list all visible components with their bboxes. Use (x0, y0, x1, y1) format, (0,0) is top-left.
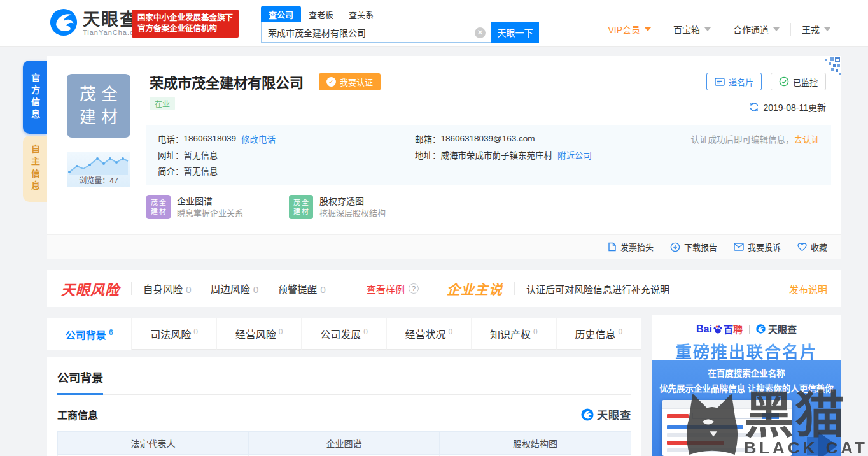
pageviews-label: 浏览量：47 (67, 175, 130, 185)
nav-toolbox[interactable]: 百宝箱 (662, 23, 722, 36)
edit-phone-link[interactable]: 修改电话 (241, 132, 276, 145)
chevron-down-icon (704, 27, 711, 31)
heart-icon (797, 243, 807, 252)
black-cat-watermark: 黑猫 BLACK CAT (682, 391, 868, 456)
nav-username[interactable]: 王戎 (790, 23, 841, 36)
phone-label: 电话： (158, 132, 184, 145)
go-certify-link[interactable]: 去认证 (794, 132, 820, 145)
help-icon[interactable]: ? (409, 283, 419, 294)
company-logo: 茂全 建材 (67, 74, 130, 138)
feature-equity-penetration[interactable]: 茂全 建材 股权穿透图 挖掘深层股权结构 (289, 195, 386, 219)
company-action-bar: 发票抬头 下载报告 我要投诉 收藏 (47, 234, 841, 259)
chevron-down-icon (645, 27, 651, 31)
tab-operation-risk[interactable]: 经营风险0 (217, 318, 302, 350)
col-equity-structure: 股权结构图 (440, 432, 631, 455)
edit-hint: 认证成功后即可编辑信息， (691, 132, 794, 145)
certify-button[interactable]: ✓ 我要认证 (319, 73, 381, 90)
nav-vip[interactable]: VIP会员 (597, 23, 662, 36)
top-header: 天眼查 TianYanCha.com 国家中小企业发展基金旗下 官方备案企业征信… (0, 0, 868, 47)
view-sample-link[interactable]: 查看样例? (367, 282, 419, 296)
sparkline-chart-icon (67, 152, 130, 176)
intro-label: 简介： (158, 164, 184, 177)
download-icon (670, 242, 680, 252)
tab-company-background[interactable]: 公司背景6 (47, 318, 132, 350)
black-cat-en: BLACK CAT (744, 439, 868, 456)
search-input-wrap: ✕ (261, 22, 491, 43)
search-tab-boss[interactable]: 查老板 (301, 6, 341, 22)
invoice-title-button[interactable]: 发票抬头 (608, 241, 654, 253)
tab-company-development[interactable]: 公司发展0 (302, 318, 386, 350)
tab-history-info[interactable]: 历史信息0 (557, 318, 641, 350)
nearby-companies-link[interactable]: 附近公司 (557, 148, 592, 161)
publish-statement-link[interactable]: 发布说明 (789, 282, 827, 296)
website-value: 暂无信息 (184, 148, 218, 161)
website-label: 网址： (158, 148, 184, 161)
risk-bar: 天眼风险 自身风险0 周边风险0 预警提醒0 查看样例? 企业主说 认证后可对风… (47, 270, 841, 307)
search-tabs: 查公司 查老板 查关系 (261, 6, 540, 22)
search-input[interactable] (262, 22, 491, 42)
pageviews-sparkline: 浏览量：47 (67, 152, 130, 187)
check-circle-icon (779, 76, 789, 87)
col-company-graph: 企业图谱 (249, 432, 440, 455)
complaint-button[interactable]: 我要投诉 (734, 241, 781, 253)
business-card-button[interactable]: 递名片 (706, 73, 762, 90)
side-tab-official-info[interactable]: 官方信息 (23, 61, 47, 134)
search-button[interactable]: 天眼一下 (491, 22, 539, 43)
clear-search-icon[interactable]: ✕ (475, 27, 486, 38)
baidu-paw-icon (713, 324, 723, 334)
download-report-button[interactable]: 下载报告 (670, 241, 717, 253)
black-cat-icon (682, 391, 743, 456)
owner-hint: 认证后可对风险信息进行补充说明 (526, 282, 669, 296)
tianyancha-logo-icon (756, 324, 766, 334)
refresh-icon[interactable] (749, 102, 759, 112)
tianyan-risk-logo: 天眼风险 (61, 278, 120, 299)
monitored-button[interactable]: 已监控 (771, 73, 826, 90)
gov-certification-badge: 国家中小企业发展基金旗下 官方备案企业征信机构 (132, 10, 239, 38)
page: 天眼查 TianYanCha.com 国家中小企业发展基金旗下 官方备案企业征信… (0, 0, 868, 456)
favorite-button[interactable]: 收藏 (797, 241, 827, 253)
company-info-panel: 电话：18606318039修改电话 邮箱：18606318039@163.co… (146, 125, 831, 185)
chevron-down-icon (824, 27, 830, 31)
tianyancha-watermark: 天眼查 (581, 406, 631, 422)
address-label: 地址： (415, 148, 441, 161)
warning-reminder[interactable]: 预警提醒0 (277, 281, 326, 296)
side-tab-self-info[interactable]: 自主信息 (23, 136, 47, 202)
tab-judicial-risk[interactable]: 司法风险0 (132, 318, 216, 350)
top-nav: VIP会员 百宝箱 合作通道 王戎 (597, 23, 841, 36)
status-badge: 在业 (150, 97, 175, 110)
tab-intellectual-property[interactable]: 知识产权0 (472, 318, 556, 350)
peripheral-risk[interactable]: 周边风险0 (211, 281, 259, 296)
tab-operation-status[interactable]: 经营状况0 (387, 318, 472, 350)
ad-headline: 重磅推出联合名片 (652, 339, 841, 362)
tianyancha-logo-icon (50, 8, 78, 39)
email-value: 18606318039@163.com (441, 134, 535, 143)
intro-value: 暂无信息 (184, 164, 218, 177)
feature-logo: 茂全 建材 (289, 195, 313, 219)
phone-value: 18606318039 (184, 134, 237, 143)
company-background-section: 公司背景 工商信息 天眼查 法定代表人 企业图谱 股权结构图 (47, 357, 641, 456)
search-tab-relation[interactable]: 查关系 (341, 6, 381, 22)
nav-cooperation[interactable]: 合作通道 (722, 23, 790, 36)
update-date: 2019-08-11更新 (749, 101, 826, 113)
address-value: 威海市荣成市荫子镇东苑庄村 (441, 148, 553, 161)
email-label: 邮箱： (415, 132, 441, 145)
search-tab-company[interactable]: 查公司 (261, 6, 301, 22)
business-info-title: 工商信息 (57, 407, 98, 422)
section-title: 公司背景 (57, 369, 103, 395)
section-tabs: 公司背景6 司法风险0 经营风险0 公司发展0 经营状况0 知识产权0 历史信息… (47, 318, 641, 350)
ad-logos: Bai 百 聘 天眼查 (652, 322, 841, 336)
feature-company-graph[interactable]: 茂全 建材 企业图谱 瞬息掌握企业关系 (146, 195, 243, 219)
black-cat-cn: 黑猫 (744, 394, 846, 438)
mail-icon (734, 243, 744, 251)
feature-logo: 茂全 建材 (146, 195, 171, 219)
company-card: 茂全 建材 浏览量：47 荣成市茂全建材有限公司 ✓ 我要认证 在业 递名片 (47, 56, 841, 259)
certify-seal-icon: ✓ (326, 77, 336, 87)
company-name: 荣成市茂全建材有限公司 (150, 71, 304, 92)
search-area: 查公司 查老板 查关系 ✕ 天眼一下 (261, 6, 540, 43)
chevron-down-icon (773, 27, 780, 31)
self-risk[interactable]: 自身风险0 (143, 281, 192, 296)
tianyancha-logo-icon (581, 408, 594, 421)
col-legal-representative: 法定代表人 (58, 432, 249, 455)
document-icon (608, 242, 617, 252)
tianyancha-logo[interactable]: 天眼查 TianYanCha.com (50, 8, 145, 39)
